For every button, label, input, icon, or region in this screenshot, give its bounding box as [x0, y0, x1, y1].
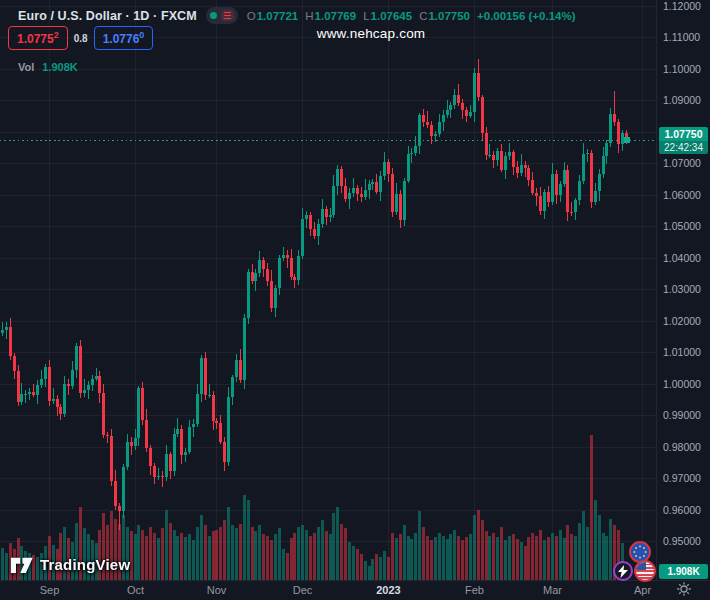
volume-label: Vol: [18, 61, 34, 73]
time-axis-label: Sep: [28, 584, 72, 596]
current-volume-tag: 1.908K: [659, 564, 708, 579]
bar-countdown: 22:42:34: [659, 141, 708, 154]
open-label: O: [247, 10, 256, 22]
tradingview-mark-icon: [10, 555, 34, 574]
time-axis-label: Feb: [453, 584, 497, 596]
us-flag-canton: [636, 562, 646, 570]
spread-value: 0.8: [74, 33, 88, 44]
price-axis-label: 0.95000: [663, 535, 707, 547]
low-label: L: [363, 10, 369, 22]
price-axis-label: 0.98000: [663, 441, 707, 453]
buy-button[interactable]: 1.07760: [94, 26, 154, 50]
close-label: C: [419, 10, 427, 22]
realtime-lightning-icon[interactable]: [613, 561, 633, 581]
tradingview-chart-window: 1.07750 22:42:34 1.908K Euro / U.S. Doll…: [0, 0, 710, 600]
price-axis-label: 1.03000: [663, 283, 707, 295]
price-axis-label: 1.09000: [663, 94, 707, 106]
time-axis-label: Oct: [114, 584, 158, 596]
time-axis-label: Dec: [281, 584, 325, 596]
tradingview-logo-text: TradingView: [40, 556, 130, 573]
low-value: 1.07645: [371, 10, 413, 22]
current-price-line: [0, 140, 656, 141]
price-axis-label: 0.97000: [663, 472, 707, 484]
menu-icon: [221, 10, 234, 21]
high-value: 1.07769: [315, 10, 357, 22]
ohlc-legend: O1.07721 H1.07769 L1.07645 C1.07750 +0.0…: [247, 10, 576, 22]
high-label: H: [305, 10, 313, 22]
price-axis-label: 0.99000: [663, 409, 707, 421]
time-axis[interactable]: SepOctNovDec2023FebMarApr: [0, 581, 710, 600]
watermark: www.nehcap.com: [317, 26, 426, 41]
price-axis-label: 0.96000: [663, 504, 707, 516]
price-axis-label: 1.12000: [663, 0, 707, 12]
price-axis[interactable]: 1.120001.110001.100001.090001.080001.070…: [657, 0, 710, 580]
close-value: 1.07750: [428, 10, 470, 22]
price-axis-label: 1.00000: [663, 378, 707, 390]
time-axis-label: Apr: [621, 584, 665, 596]
price-axis-label: 1.10000: [663, 63, 707, 75]
price-axis-label: 1.07000: [663, 157, 707, 169]
time-axis-label: Mar: [531, 584, 575, 596]
time-axis-label: 2023: [367, 584, 411, 596]
current-price-tag[interactable]: 1.07750 22:42:34: [659, 127, 708, 154]
price-axis-label: 1.06000: [663, 189, 707, 201]
volume-value: 1.908K: [42, 61, 77, 73]
sell-button[interactable]: 1.07752: [8, 26, 68, 50]
price-axis-label: 1.04000: [663, 252, 707, 264]
price-axis-label: 1.11000: [663, 31, 707, 43]
tradingview-logo[interactable]: TradingView: [10, 555, 130, 574]
usd-flag-icon[interactable]: [634, 560, 656, 582]
axis-settings-gear-icon[interactable]: [676, 581, 692, 597]
time-axis-label: Nov: [195, 584, 239, 596]
symbol-title[interactable]: Euro / U.S. Dollar · 1D · FXCM: [18, 9, 197, 23]
price-axis-label: 1.02000: [663, 315, 707, 327]
last-price-marker: [624, 137, 630, 143]
chart-pane[interactable]: [0, 0, 656, 580]
change-value: +0.00156 (+0.14%): [477, 10, 575, 22]
volume-legend: Vol1.908K: [18, 61, 78, 73]
visibility-dot-icon: [210, 12, 217, 19]
legend-toggle[interactable]: [206, 7, 238, 24]
current-price-value: 1.07750: [659, 127, 708, 141]
price-axis-label: 1.05000: [663, 220, 707, 232]
open-value: 1.07721: [257, 10, 299, 22]
price-axis-label: 1.01000: [663, 346, 707, 358]
